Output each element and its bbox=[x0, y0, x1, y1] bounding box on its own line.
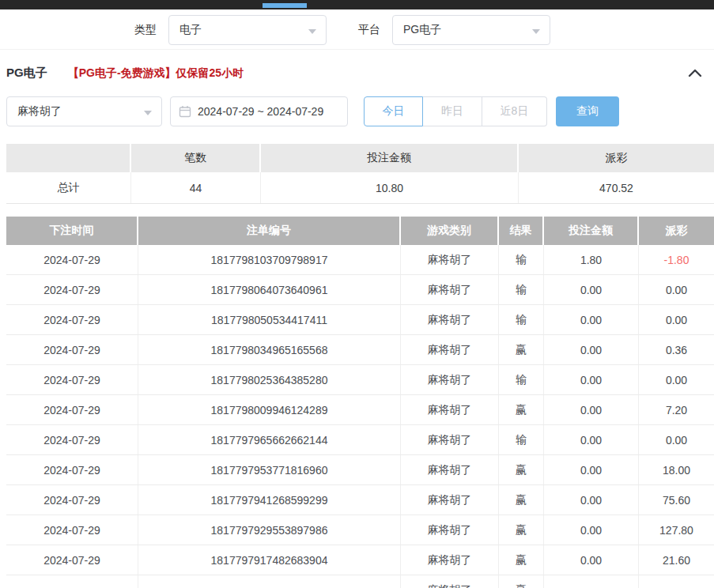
result-cell: 输 bbox=[499, 425, 544, 454]
col-payout: 派彩 bbox=[639, 217, 714, 245]
payout-cell: 127.80 bbox=[639, 515, 714, 545]
payout-cell: 75.60 bbox=[639, 485, 714, 514]
summary-total-row: 总计 44 10.80 470.52 bbox=[6, 172, 714, 204]
type-select-value: 电子 bbox=[179, 23, 202, 37]
result-cell: 赢 bbox=[499, 545, 544, 575]
payout-cell: 0.00 bbox=[639, 275, 714, 304]
payout-cell: 0.00 bbox=[639, 425, 714, 454]
table-row: 2024-07-29 1817797965662662144 麻将胡了 输 0.… bbox=[6, 425, 714, 455]
order-number-cell bbox=[138, 575, 401, 588]
bet-amount-cell bbox=[544, 575, 639, 588]
search-button[interactable]: 查询 bbox=[556, 96, 619, 126]
yesterday-button[interactable]: 昨日 bbox=[423, 96, 482, 126]
bet-amount-cell: 0.00 bbox=[544, 455, 639, 484]
table-row: 2024-07-29 1817798050534417411 麻将胡了 输 0.… bbox=[6, 305, 714, 335]
order-number-cell: 1817797941268599299 bbox=[138, 485, 401, 514]
top-bar bbox=[0, 0, 714, 9]
payout-cell: -1.80 bbox=[639, 245, 714, 274]
payout-cell: 0.36 bbox=[639, 335, 714, 364]
game-type-cell: 麻将胡了 bbox=[401, 485, 499, 514]
bet-date-cell: 2024-07-29 bbox=[6, 455, 138, 484]
result-cell: 赢 bbox=[499, 395, 544, 424]
game-type-cell: 麻将胡了 bbox=[401, 335, 499, 364]
bet-amount-cell: 0.00 bbox=[544, 545, 639, 575]
date-range-picker[interactable]: 2024-07-29 ~ 2024-07-29 bbox=[170, 96, 348, 126]
result-cell: 赢 bbox=[499, 575, 544, 588]
col-game-type: 游戏类别 bbox=[401, 217, 499, 245]
panel-header: PG电子 【PG电子-免费游戏】仅保留25小时 bbox=[6, 66, 708, 81]
chevron-down-icon bbox=[144, 111, 152, 115]
today-button[interactable]: 今日 bbox=[364, 96, 423, 126]
order-number-cell: 1817797953771816960 bbox=[138, 455, 401, 484]
bet-amount-cell: 0.00 bbox=[544, 275, 639, 304]
type-select[interactable]: 电子 bbox=[168, 15, 327, 45]
order-number-cell: 1817797929553897986 bbox=[138, 515, 401, 545]
game-type-cell: 麻将胡了 bbox=[401, 245, 499, 274]
page: 类型 电子 平台 PG电子 PG电子 【PG电子-免费游戏】仅保留25小时 麻将… bbox=[0, 0, 714, 588]
panel-title: PG电子 bbox=[6, 66, 47, 81]
table-row: 2024-07-29 1817798103709798917 麻将胡了 输 1.… bbox=[6, 245, 714, 275]
bet-date-cell: 2024-07-29 bbox=[6, 515, 138, 545]
result-cell: 输 bbox=[499, 305, 544, 334]
bets-rows: 2024-07-29 1817798103709798917 麻将胡了 输 1.… bbox=[6, 245, 714, 588]
payout-cell: 0.00 bbox=[639, 305, 714, 334]
order-number-cell: 1817797917482683904 bbox=[138, 545, 401, 575]
date-range-value: 2024-07-29 ~ 2024-07-29 bbox=[198, 105, 323, 118]
summary-header-payout: 派彩 bbox=[519, 144, 714, 172]
result-cell: 赢 bbox=[499, 485, 544, 514]
last8days-button[interactable]: 近8日 bbox=[482, 96, 547, 126]
table-row: 麻将胡了 赢 bbox=[6, 575, 714, 588]
query-filter-row: 麻将胡了 2024-07-29 ~ 2024-07-29 今日 昨日 近8日 查… bbox=[6, 96, 619, 126]
table-row: 2024-07-29 1817797941268599299 麻将胡了 赢 0.… bbox=[6, 485, 714, 515]
game-type-cell: 麻将胡了 bbox=[401, 575, 499, 588]
order-number-cell: 1817798050534417411 bbox=[138, 305, 401, 334]
collapse-chevron-up-icon[interactable] bbox=[686, 64, 705, 83]
bet-date-cell bbox=[6, 575, 138, 588]
bet-date-cell: 2024-07-29 bbox=[6, 275, 138, 304]
result-cell: 赢 bbox=[499, 515, 544, 545]
bet-date-cell: 2024-07-29 bbox=[6, 485, 138, 514]
bet-amount-cell: 0.00 bbox=[544, 425, 639, 454]
table-row: 2024-07-29 1817797929553897986 麻将胡了 赢 0.… bbox=[6, 515, 714, 545]
quick-date-button-group: 今日 昨日 近8日 bbox=[364, 96, 547, 126]
summary-bet-value: 10.80 bbox=[261, 172, 519, 203]
result-cell: 输 bbox=[499, 365, 544, 394]
game-select-value: 麻将胡了 bbox=[17, 104, 62, 119]
bet-amount-cell: 1.80 bbox=[544, 245, 639, 274]
order-number-cell: 1817798025364385280 bbox=[138, 365, 401, 394]
game-select[interactable]: 麻将胡了 bbox=[6, 96, 162, 126]
game-type-cell: 麻将胡了 bbox=[401, 305, 499, 334]
summary-header-row: 笔数 投注金额 派彩 bbox=[6, 144, 714, 172]
platform-label: 平台 bbox=[358, 23, 380, 37]
result-cell: 赢 bbox=[499, 335, 544, 364]
calendar-icon bbox=[179, 105, 191, 118]
order-number-cell: 1817797965662662144 bbox=[138, 425, 401, 454]
order-number-cell: 1817798034965165568 bbox=[138, 335, 401, 364]
top-bar-blue-indicator bbox=[263, 3, 307, 8]
bet-date-cell: 2024-07-29 bbox=[6, 395, 138, 424]
table-row: 2024-07-29 1817797953771816960 麻将胡了 赢 0.… bbox=[6, 455, 714, 485]
section-divider bbox=[0, 49, 714, 50]
result-cell: 赢 bbox=[499, 455, 544, 484]
summary-total-label: 总计 bbox=[6, 172, 131, 203]
result-cell: 输 bbox=[499, 275, 544, 304]
col-result: 结果 bbox=[499, 217, 544, 245]
game-type-cell: 麻将胡了 bbox=[401, 425, 499, 454]
summary-table: 笔数 投注金额 派彩 总计 44 10.80 470.52 bbox=[6, 144, 714, 204]
table-row: 2024-07-29 1817798064073640961 麻将胡了 输 0.… bbox=[6, 275, 714, 305]
bet-date-cell: 2024-07-29 bbox=[6, 425, 138, 454]
payout-cell: 21.60 bbox=[639, 545, 714, 575]
panel-notice: 【PG电子-免费游戏】仅保留25小时 bbox=[68, 66, 244, 81]
platform-select[interactable]: PG电子 bbox=[392, 15, 550, 45]
summary-count-value: 44 bbox=[131, 172, 261, 203]
col-bet-time: 下注时间 bbox=[6, 217, 138, 245]
game-type-cell: 麻将胡了 bbox=[401, 515, 499, 545]
game-type-cell: 麻将胡了 bbox=[401, 365, 499, 394]
bets-table: 下注时间 注单编号 游戏类别 结果 投注金额 派彩 2024-07-29 181… bbox=[6, 217, 714, 588]
game-type-cell: 麻将胡了 bbox=[401, 275, 499, 304]
summary-header-bet: 投注金额 bbox=[261, 144, 519, 172]
table-row: 2024-07-29 1817797917482683904 麻将胡了 赢 0.… bbox=[6, 545, 714, 575]
bet-amount-cell: 0.00 bbox=[544, 305, 639, 334]
result-cell: 输 bbox=[499, 245, 544, 274]
bet-date-cell: 2024-07-29 bbox=[6, 335, 138, 364]
